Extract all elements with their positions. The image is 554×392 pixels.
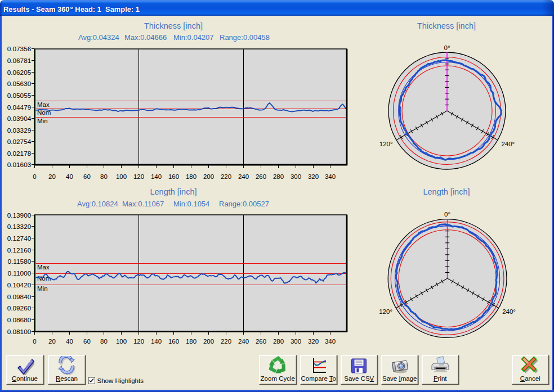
svg-text:220: 220 xyxy=(221,173,231,180)
svg-text:200: 200 xyxy=(203,173,214,180)
svg-text:300: 300 xyxy=(291,173,301,180)
svg-text:180: 180 xyxy=(186,173,196,180)
svg-text:240: 240 xyxy=(238,173,249,180)
svg-text:Max: Max xyxy=(37,101,50,108)
svg-text:0.05630: 0.05630 xyxy=(7,80,32,88)
svg-text:320: 320 xyxy=(308,338,319,345)
svg-text:0.03904: 0.03904 xyxy=(7,115,32,123)
svg-text:280: 280 xyxy=(273,173,284,180)
svg-text:Avg:0.04324: Avg:0.04324 xyxy=(78,33,119,42)
svg-text:Min: Min xyxy=(37,118,48,124)
svg-text:0.13320: 0.13320 xyxy=(7,223,32,231)
svg-text:120°: 120° xyxy=(379,141,393,147)
svg-text:Thickness [inch]: Thickness [inch] xyxy=(144,21,203,30)
svg-text:Thickness [inch]: Thickness [inch] xyxy=(417,21,476,30)
svg-text:0.04479: 0.04479 xyxy=(7,103,32,111)
svg-text:0.01603: 0.01603 xyxy=(7,161,32,169)
svg-text:100: 100 xyxy=(116,173,127,180)
svg-text:0.11580: 0.11580 xyxy=(8,258,32,265)
svg-text:0.10420: 0.10420 xyxy=(7,281,32,289)
svg-text:180: 180 xyxy=(186,338,196,345)
svg-text:80: 80 xyxy=(100,173,108,180)
svg-text:Min:0.1054: Min:0.1054 xyxy=(173,200,209,208)
svg-text:340: 340 xyxy=(325,338,336,345)
svg-text:Max:0.11067: Max:0.11067 xyxy=(122,200,164,208)
svg-text:Avg:0.10824: Avg:0.10824 xyxy=(77,200,118,208)
svg-text:120: 120 xyxy=(133,173,144,180)
svg-text:60: 60 xyxy=(83,338,91,345)
svg-text:0: 0 xyxy=(33,338,36,345)
svg-text:260: 260 xyxy=(256,173,266,180)
svg-text:320: 320 xyxy=(308,173,319,180)
svg-text:Min: Min xyxy=(37,285,48,292)
svg-text:0.11000: 0.11000 xyxy=(8,269,32,277)
svg-text:0.02754: 0.02754 xyxy=(7,138,32,146)
svg-text:0.08100: 0.08100 xyxy=(7,328,32,336)
svg-text:220: 220 xyxy=(221,338,231,345)
svg-text:0: 0 xyxy=(33,173,36,180)
svg-text:0.09840: 0.09840 xyxy=(7,293,32,301)
svg-text:140: 140 xyxy=(151,173,162,180)
svg-text:20: 20 xyxy=(48,338,56,345)
svg-text:20: 20 xyxy=(48,173,56,180)
svg-text:Range:0.00527: Range:0.00527 xyxy=(219,200,269,208)
svg-text:0°: 0° xyxy=(444,44,450,51)
svg-text:Range:0.00458: Range:0.00458 xyxy=(220,33,270,42)
svg-text:Length [inch]: Length [inch] xyxy=(150,187,196,196)
svg-text:0°: 0° xyxy=(444,211,450,218)
svg-text:200: 200 xyxy=(203,338,214,345)
svg-text:340: 340 xyxy=(325,173,336,180)
svg-text:Max:0.04666: Max:0.04666 xyxy=(124,33,167,42)
svg-text:240: 240 xyxy=(238,338,249,345)
svg-text:240°: 240° xyxy=(501,141,515,147)
svg-text:240°: 240° xyxy=(502,308,516,315)
svg-text:0.02178: 0.02178 xyxy=(7,150,32,157)
svg-text:100: 100 xyxy=(116,338,127,345)
svg-text:140: 140 xyxy=(151,338,162,345)
svg-text:0.12160: 0.12160 xyxy=(7,246,32,254)
svg-text:300: 300 xyxy=(291,338,301,345)
svg-text:80: 80 xyxy=(100,338,108,345)
svg-text:0.03329: 0.03329 xyxy=(7,127,32,134)
svg-text:Min:0.04207: Min:0.04207 xyxy=(173,33,214,42)
svg-text:0.06781: 0.06781 xyxy=(7,57,32,65)
svg-text:160: 160 xyxy=(168,173,179,180)
svg-text:0.12740: 0.12740 xyxy=(7,235,32,242)
svg-text:120°: 120° xyxy=(379,308,392,315)
svg-text:Length [inch]: Length [inch] xyxy=(423,187,470,196)
svg-text:0.07356: 0.07356 xyxy=(7,45,32,53)
svg-text:260: 260 xyxy=(256,338,266,345)
svg-text:160: 160 xyxy=(168,338,179,345)
svg-text:60: 60 xyxy=(83,173,91,180)
svg-text:0.08680: 0.08680 xyxy=(7,316,32,324)
svg-text:Max: Max xyxy=(37,264,50,271)
svg-text:0.05055: 0.05055 xyxy=(7,92,32,100)
svg-text:40: 40 xyxy=(66,338,73,345)
svg-text:120: 120 xyxy=(133,338,144,345)
svg-text:0.09260: 0.09260 xyxy=(7,304,32,312)
svg-text:40: 40 xyxy=(66,173,73,180)
svg-text:280: 280 xyxy=(273,338,284,345)
svg-text:0.13900: 0.13900 xyxy=(7,211,32,219)
svg-text:0.06205: 0.06205 xyxy=(7,69,32,76)
